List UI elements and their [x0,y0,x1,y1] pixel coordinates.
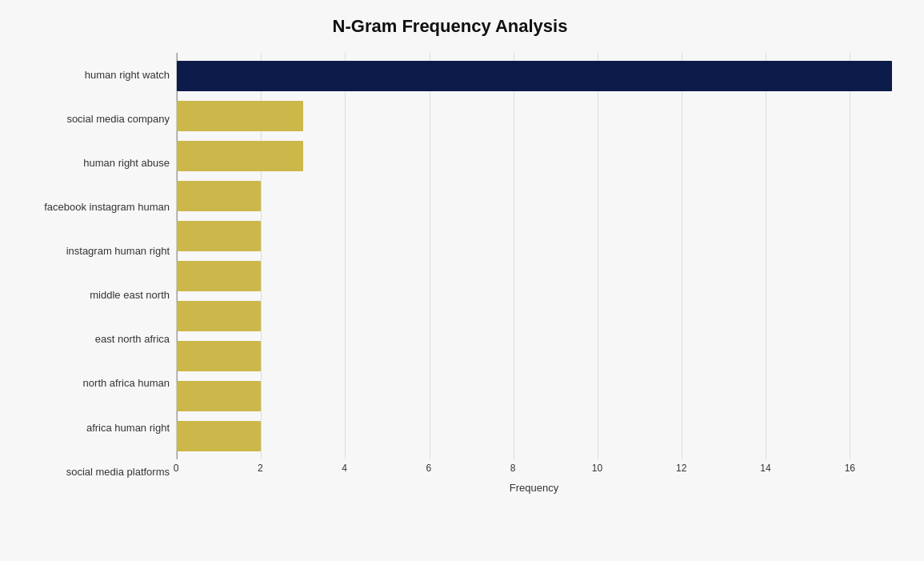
y-label-0: human right watch [8,53,170,97]
bar-2 [177,141,303,171]
x-tick-0: 0 [174,463,179,474]
chart-container: N-Gram Frequency Analysis human right wa… [0,0,924,561]
bar-row-4 [177,216,892,256]
y-label-6: east north africa [8,318,170,362]
bar-5 [177,261,261,291]
y-label-3: facebook instagram human [8,185,170,229]
bar-0 [177,61,892,91]
x-axis-wrapper: 0246810121416 Frequency [176,459,892,494]
y-label-2: human right abuse [8,141,170,185]
x-tick-2: 4 [342,463,347,474]
bar-8 [177,381,261,411]
x-tick-4: 8 [510,463,516,474]
bar-row-1 [177,96,892,136]
x-tick-6: 12 [676,463,686,474]
y-label-4: instagram human right [8,229,170,273]
bar-9 [177,421,261,451]
bar-7 [177,341,261,371]
bar-6 [177,301,261,331]
bar-row-7 [177,336,892,376]
bar-row-0 [177,56,892,96]
x-tick-8: 16 [845,463,855,474]
y-label-1: social media company [8,97,170,141]
x-tick-3: 6 [426,463,432,474]
bar-row-9 [177,416,892,456]
chart-area: human right watchsocial media companyhum… [8,53,892,494]
bar-row-3 [177,176,892,216]
bar-4 [177,221,261,251]
x-tick-1: 2 [258,463,263,474]
y-labels: human right watchsocial media companyhum… [8,53,176,494]
bar-3 [177,181,261,211]
y-label-7: north africa human [8,362,170,406]
y-label-5: middle east north [8,273,170,317]
x-axis-label: Frequency [176,482,892,494]
plot-area: 0246810121416 Frequency [176,53,892,494]
x-tick-7: 14 [760,463,770,474]
bar-1 [177,101,303,131]
bar-row-6 [177,296,892,336]
bar-row-5 [177,256,892,296]
y-label-8: africa human right [8,406,170,450]
x-tick-5: 10 [592,463,602,474]
chart-title: N-Gram Frequency Analysis [8,16,892,37]
bar-row-8 [177,376,892,416]
bars-container [177,53,892,459]
x-axis: 0246810121416 [176,463,892,479]
bar-row-2 [177,136,892,176]
grid-and-bars [176,53,892,459]
y-label-9: social media platforms [8,450,170,494]
